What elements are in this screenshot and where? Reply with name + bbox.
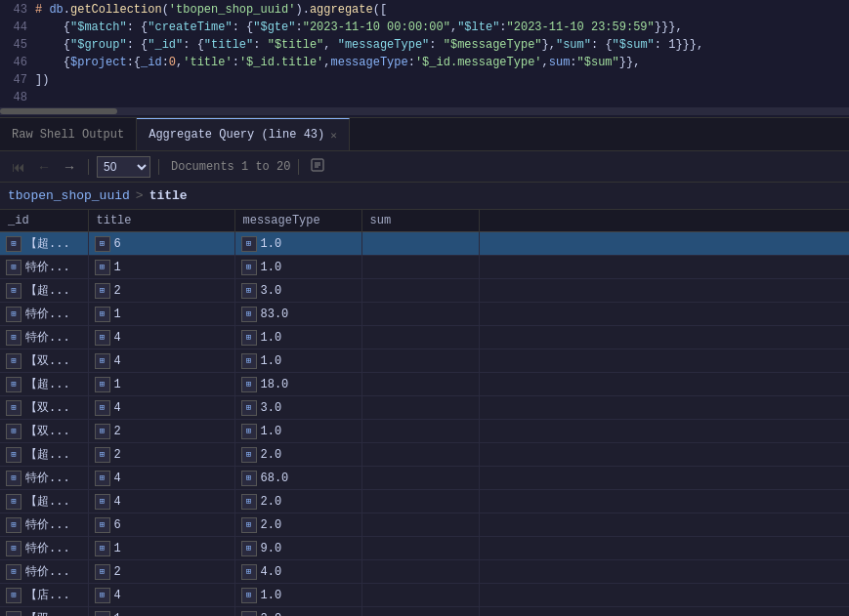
cell-messagetype: ⊞3.0 bbox=[234, 279, 361, 303]
cell-extra bbox=[479, 537, 849, 560]
cell-id: ⊞特价... bbox=[0, 513, 88, 537]
tab-aggregate-query[interactable]: Aggregate Query (line 43) ✕ bbox=[137, 118, 350, 150]
table-row[interactable]: ⊞【双...⊞1⊞2.0 bbox=[0, 607, 849, 617]
cell-sum bbox=[361, 303, 479, 326]
toolbar-sep-1 bbox=[88, 159, 89, 175]
cell-messagetype-value: 1.0 bbox=[261, 261, 282, 274]
cell-title-value: 1 bbox=[114, 612, 121, 617]
cell-doc-icon: ⊞ bbox=[241, 471, 257, 486]
tab-raw-shell[interactable]: Raw Shell Output bbox=[0, 118, 137, 150]
cell-sum bbox=[361, 326, 479, 349]
cell-extra bbox=[479, 560, 849, 584]
cell-doc-icon: ⊞ bbox=[241, 447, 257, 463]
toolbar-sep-2 bbox=[158, 159, 159, 175]
cell-id-value: 特价... bbox=[25, 563, 70, 580]
cell-title-value: 4 bbox=[114, 331, 121, 345]
table-row[interactable]: ⊞特价...⊞4⊞1.0 bbox=[0, 326, 849, 349]
cell-title: ⊞1 bbox=[88, 607, 234, 617]
cell-id: ⊞特价... bbox=[0, 256, 88, 279]
cell-id: ⊞【超... bbox=[0, 373, 88, 396]
cell-extra bbox=[479, 349, 849, 373]
table-row[interactable]: ⊞【超...⊞6⊞1.0 bbox=[0, 232, 849, 256]
cell-id: ⊞【双... bbox=[0, 349, 88, 373]
cell-extra bbox=[479, 326, 849, 349]
page-size-select[interactable]: 10 20 50 100 200 bbox=[97, 156, 150, 178]
cell-doc-icon: ⊞ bbox=[241, 588, 257, 603]
cell-title: ⊞2 bbox=[88, 420, 234, 443]
cell-extra bbox=[479, 396, 849, 420]
page-size-wrapper: 10 20 50 100 200 bbox=[97, 156, 150, 178]
table-row[interactable]: ⊞特价...⊞1⊞1.0 bbox=[0, 256, 849, 279]
table-row[interactable]: ⊞【超...⊞2⊞3.0 bbox=[0, 279, 849, 303]
table-row[interactable]: ⊞【超...⊞2⊞2.0 bbox=[0, 443, 849, 467]
cell-extra bbox=[479, 607, 849, 617]
cell-doc-icon: ⊞ bbox=[95, 236, 110, 252]
cell-doc-icon: ⊞ bbox=[6, 307, 21, 322]
cell-messagetype-value: 9.0 bbox=[261, 542, 282, 555]
table-row[interactable]: ⊞【超...⊞1⊞18.0 bbox=[0, 373, 849, 396]
cell-doc-icon: ⊞ bbox=[241, 377, 257, 392]
first-page-button[interactable]: ⏮ bbox=[8, 157, 29, 177]
cell-title-value: 4 bbox=[114, 401, 121, 415]
table-row[interactable]: ⊞特价...⊞1⊞83.0 bbox=[0, 303, 849, 326]
cell-title-value: 1 bbox=[114, 308, 121, 321]
cell-doc-icon: ⊞ bbox=[6, 424, 21, 439]
cell-sum bbox=[361, 396, 479, 420]
cell-title-value: 4 bbox=[114, 472, 121, 485]
cell-messagetype: ⊞1.0 bbox=[234, 584, 361, 607]
export-button[interactable] bbox=[307, 156, 328, 177]
cell-sum bbox=[361, 256, 479, 279]
toolbar: ⏮ ← → 10 20 50 100 200 Documents 1 to 20 bbox=[0, 151, 849, 183]
code-line-45: 45 {"$group": {"_id": {"title": "$title"… bbox=[0, 37, 849, 55]
code-line-46: 46 {$project:{_id:0,'title':'$_id.title'… bbox=[0, 55, 849, 72]
table-row[interactable]: ⊞【双...⊞4⊞1.0 bbox=[0, 349, 849, 373]
breadcrumb-db[interactable]: tbopen_shop_uuid bbox=[8, 188, 130, 203]
table-row[interactable]: ⊞特价...⊞2⊞4.0 bbox=[0, 560, 849, 584]
export-icon bbox=[311, 158, 324, 172]
tab-aggregate-query-label: Aggregate Query (line 43) bbox=[149, 128, 324, 142]
code-scrollbar-thumb[interactable] bbox=[0, 108, 117, 114]
cell-extra bbox=[479, 420, 849, 443]
table-row[interactable]: ⊞特价...⊞6⊞2.0 bbox=[0, 513, 849, 537]
next-page-button[interactable]: → bbox=[59, 157, 80, 177]
cell-doc-icon: ⊞ bbox=[6, 471, 21, 486]
docs-count-label: Documents 1 to 20 bbox=[171, 160, 290, 174]
cell-id-value: 特价... bbox=[25, 470, 70, 486]
toolbar-sep-3 bbox=[298, 159, 299, 175]
cell-title-value: 2 bbox=[114, 284, 121, 298]
cell-doc-icon: ⊞ bbox=[6, 353, 21, 369]
cell-doc-icon: ⊞ bbox=[95, 260, 110, 275]
cell-doc-icon: ⊞ bbox=[241, 260, 257, 275]
cell-doc-icon: ⊞ bbox=[241, 541, 257, 556]
cell-title-value: 4 bbox=[114, 589, 121, 602]
table-row[interactable]: ⊞【超...⊞4⊞2.0 bbox=[0, 490, 849, 513]
cell-id-value: 特价... bbox=[25, 540, 70, 556]
cell-title: ⊞4 bbox=[88, 584, 234, 607]
cell-extra bbox=[479, 256, 849, 279]
tab-aggregate-close-icon[interactable]: ✕ bbox=[330, 129, 337, 142]
cell-title-value: 2 bbox=[114, 565, 121, 579]
cell-id-value: 【双... bbox=[25, 610, 70, 616]
code-scrollbar[interactable] bbox=[0, 107, 849, 115]
cell-messagetype-value: 2.0 bbox=[261, 612, 282, 617]
table-row[interactable]: ⊞【双...⊞2⊞1.0 bbox=[0, 420, 849, 443]
table-row[interactable]: ⊞【店...⊞4⊞1.0 bbox=[0, 584, 849, 607]
cell-doc-icon: ⊞ bbox=[95, 541, 110, 556]
cell-messagetype: ⊞68.0 bbox=[234, 467, 361, 490]
cell-title: ⊞4 bbox=[88, 349, 234, 373]
cell-title: ⊞4 bbox=[88, 467, 234, 490]
cell-doc-icon: ⊞ bbox=[95, 517, 110, 533]
prev-page-button[interactable]: ← bbox=[33, 157, 55, 177]
table-row[interactable]: ⊞特价...⊞4⊞68.0 bbox=[0, 467, 849, 490]
cell-id-value: 【超... bbox=[25, 376, 70, 392]
table-row[interactable]: ⊞【双...⊞4⊞3.0 bbox=[0, 396, 849, 420]
cell-messagetype-value: 2.0 bbox=[261, 448, 282, 462]
cell-doc-icon: ⊞ bbox=[241, 564, 257, 580]
cell-doc-icon: ⊞ bbox=[95, 400, 110, 416]
cell-sum bbox=[361, 279, 479, 303]
results-table: _id title messageType sum ⊞【超...⊞6⊞1.0⊞特… bbox=[0, 210, 849, 616]
table-area[interactable]: _id title messageType sum ⊞【超...⊞6⊞1.0⊞特… bbox=[0, 210, 849, 616]
cell-messagetype: ⊞2.0 bbox=[234, 513, 361, 537]
cell-title: ⊞6 bbox=[88, 513, 234, 537]
table-row[interactable]: ⊞特价...⊞1⊞9.0 bbox=[0, 537, 849, 560]
